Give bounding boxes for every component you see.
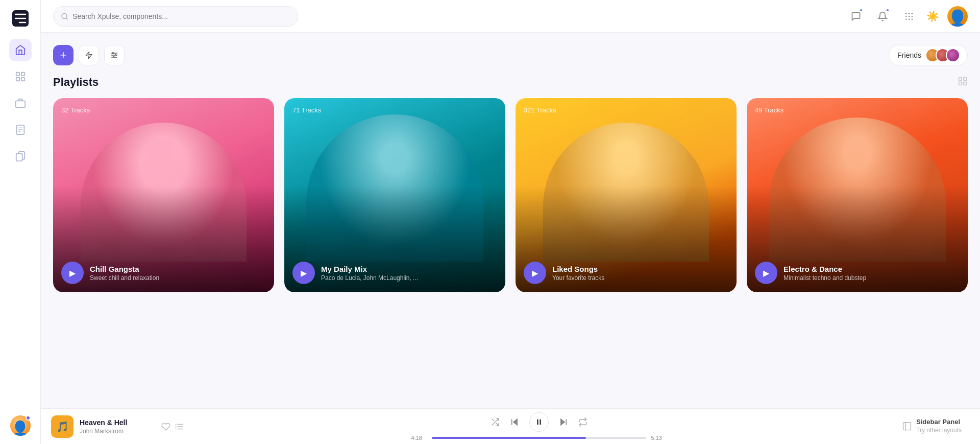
bell-notification-dot	[886, 8, 890, 12]
playlist-info-2: Liked Songs Your favorite tracks	[552, 265, 728, 282]
svg-point-19	[912, 12, 913, 14]
svg-rect-14	[16, 154, 22, 161]
play-button-1[interactable]: ▶	[292, 262, 315, 284]
playlist-desc-0: Sweet chill and relaxation	[90, 274, 266, 282]
playlist-card-0[interactable]: 32 Tracks ▶ Chill Gangsta Sweet chill an…	[53, 98, 274, 292]
section-title: Playlists	[53, 76, 99, 89]
sidebar-logo[interactable]	[10, 8, 31, 29]
svg-marker-26	[86, 52, 92, 58]
play-button-0[interactable]: ▶	[61, 262, 84, 284]
sidebar-panel-icon	[902, 421, 912, 431]
playlist-desc-3: Minimalist techno and dubstep	[783, 274, 960, 282]
sidebar-item-grid[interactable]	[9, 65, 32, 88]
svg-rect-35	[959, 82, 962, 85]
playlist-bottom-2: ▶ Liked Songs Your favorite tracks	[524, 262, 728, 284]
player-track: 🎵 Heaven & Hell John Markstrom	[51, 415, 184, 438]
player-bar: 🎵 Heaven & Hell John Markstrom	[41, 408, 980, 444]
chat-icon-btn[interactable]	[847, 7, 865, 26]
svg-point-24	[909, 18, 910, 20]
topbar-right: ☀️ 👤	[847, 6, 968, 27]
sidebar-panel-label: Sidebar Panel	[916, 418, 962, 427]
progress-row: 4:18 5:13	[411, 435, 667, 441]
playlist-bottom-3: ▶ Electro & Dance Minimalist techno and …	[755, 262, 960, 284]
section-header: Playlists	[53, 76, 968, 89]
add-button[interactable]: +	[53, 45, 74, 65]
shuffle-button[interactable]	[491, 417, 500, 427]
svg-marker-46	[513, 419, 517, 425]
view-toggle-icon[interactable]	[958, 76, 968, 89]
playlist-info-1: My Daily Mix Paco de Lucia, John McLaugh…	[321, 265, 497, 282]
player-track-info: Heaven & Hell John Markstrom	[80, 418, 155, 435]
svg-point-41	[176, 426, 177, 427]
content-area: +	[41, 33, 980, 408]
sidebar-panel-text: Sidebar Panel Try other layouts	[916, 418, 962, 434]
player-track-actions	[161, 422, 184, 431]
playlist-desc-1: Paco de Lucia, John McLaughlin, ...	[321, 274, 497, 282]
sidebar-item-copy[interactable]	[9, 145, 32, 168]
friends-button[interactable]: Friends	[889, 45, 968, 65]
sidebar-item-briefcase[interactable]	[9, 92, 32, 114]
svg-point-17	[905, 12, 907, 14]
svg-point-23	[905, 18, 907, 20]
track-count-2: 321 Tracks	[524, 106, 556, 114]
svg-rect-36	[964, 82, 967, 85]
next-button[interactable]	[559, 417, 568, 427]
svg-rect-6	[16, 78, 19, 81]
player-buttons	[491, 412, 587, 432]
playlist-name-1: My Daily Mix	[321, 265, 497, 273]
sidebar-panel-button[interactable]: Sidebar Panel Try other layouts	[894, 418, 970, 434]
playlist-desc-2: Your favorite tracks	[552, 274, 728, 282]
playlist-card-1[interactable]: 71 Tracks ▶ My Daily Mix Paco de Lucia, …	[284, 98, 505, 292]
progress-fill	[432, 437, 586, 439]
playlist-name-2: Liked Songs	[552, 265, 728, 273]
player-controls: 4:18 5:13	[192, 412, 886, 441]
player-thumbnail: 🎵	[51, 415, 74, 438]
avatar-notification-dot	[26, 415, 31, 420]
playlist-card-2[interactable]: 321 Tracks ▶ Liked Songs Your favorite t…	[516, 98, 737, 292]
track-count-0: 32 Tracks	[61, 106, 90, 114]
flash-button[interactable]	[79, 45, 99, 65]
play-button-3[interactable]: ▶	[755, 262, 777, 284]
grid-icon-btn[interactable]	[900, 7, 918, 26]
pause-button[interactable]	[529, 412, 549, 432]
svg-point-42	[176, 428, 177, 429]
search-bar[interactable]	[53, 6, 298, 27]
topbar: ☀️ 👤	[41, 0, 980, 33]
svg-rect-34	[964, 77, 967, 80]
playlist-name-3: Electro & Dance	[783, 265, 960, 273]
theme-toggle-btn[interactable]: ☀️	[926, 10, 939, 22]
player-track-name: Heaven & Hell	[80, 418, 155, 427]
topbar-user-avatar[interactable]: 👤	[947, 6, 968, 27]
sidebar-item-document[interactable]	[9, 119, 32, 141]
playlists-grid: 32 Tracks ▶ Chill Gangsta Sweet chill an…	[53, 98, 968, 292]
toolbar: +	[53, 45, 968, 65]
player-track-artist: John Markstrom	[80, 428, 155, 435]
queue-button[interactable]	[175, 422, 184, 431]
svg-line-16	[66, 17, 68, 19]
play-button-2[interactable]: ▶	[524, 262, 546, 284]
track-count-3: 49 Tracks	[755, 106, 783, 114]
playlist-info-0: Chill Gangsta Sweet chill and relaxation	[90, 265, 266, 282]
svg-point-18	[909, 12, 910, 14]
svg-point-31	[115, 55, 116, 56]
bell-icon-btn[interactable]	[873, 7, 892, 26]
svg-point-21	[909, 15, 910, 17]
playlist-name-0: Chill Gangsta	[90, 265, 266, 273]
sidebar-item-dashboard[interactable]	[9, 39, 32, 61]
time-total: 5:13	[651, 435, 667, 441]
progress-bar[interactable]	[432, 437, 646, 439]
friend-avatars	[925, 48, 960, 62]
like-button[interactable]	[161, 422, 170, 431]
repeat-button[interactable]	[578, 417, 587, 427]
playlist-card-3[interactable]: 49 Tracks ▶ Electro & Dance Minimalist t…	[747, 98, 968, 292]
svg-rect-8	[15, 101, 24, 107]
svg-rect-52	[903, 423, 911, 430]
search-input[interactable]	[72, 12, 290, 20]
svg-rect-33	[959, 77, 962, 80]
sliders-button[interactable]	[104, 45, 125, 65]
previous-button[interactable]	[510, 417, 519, 427]
svg-line-45	[492, 419, 494, 421]
playlist-info-3: Electro & Dance Minimalist techno and du…	[783, 265, 960, 282]
chat-notification-dot	[859, 8, 863, 12]
svg-point-30	[112, 53, 114, 54]
